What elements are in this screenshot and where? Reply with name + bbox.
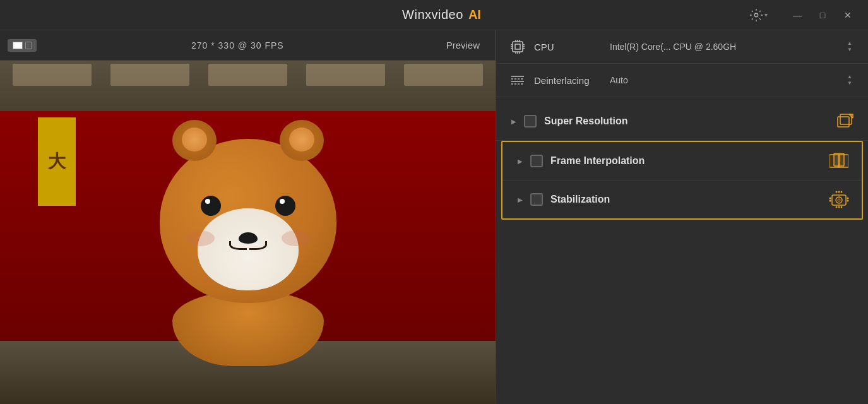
svg-rect-20 [838,117,849,127]
svg-point-26 [838,191,840,193]
frame-interpolation-icon [829,151,849,171]
bear-ear-left-inner [182,128,207,152]
preview-tab[interactable]: Preview [431,30,496,60]
ceiling-light [13,64,92,86]
ceiling-light [110,64,189,86]
close-button[interactable]: ✕ [838,5,858,25]
deinterlacing-stepper-down[interactable]: ▼ [844,80,855,86]
frame-interpolation-label: Frame Interpolation [550,155,824,167]
svg-point-32 [829,200,831,202]
spacer-1 [496,97,868,102]
video-toolbar: 270 * 330 @ 30 FPS Preview [0,30,496,61]
deinterlacing-icon [509,71,526,89]
app-title-white: Winxvideo [402,8,463,22]
view-toggle [0,39,44,52]
svg-point-37 [838,199,840,201]
super-resolution-expand-icon[interactable]: ▶ [509,116,519,126]
cpu-value-area: Intel(R) Core(... CPU @ 2.60GH ▲ ▼ [610,40,855,53]
main-layout: 270 * 330 @ 30 FPS Preview 大 [0,30,868,404]
video-panel: 270 * 330 @ 30 FPS Preview 大 [0,30,496,404]
bear-eye-left [201,196,221,216]
toggle-left-rect [13,42,23,49]
ceiling-light [208,64,287,86]
frame-interpolation-checkbox[interactable] [530,155,543,167]
highlighted-features-box: ▶ Frame Interpolation ▶ Stabilization [501,141,863,220]
bg-ceiling-lights [0,64,496,89]
bg-banner: 大 [38,117,76,206]
app-title-orange: AI [468,8,481,22]
frame-interpolation-row[interactable]: ▶ Frame Interpolation [502,142,862,181]
window-controls: ▾ — □ ✕ [747,4,858,27]
deinterlacing-label: Deinterlacing [534,75,610,86]
bear-ear-right-inner [289,128,314,152]
super-resolution-checkbox[interactable] [524,115,537,128]
svg-point-33 [847,198,849,199]
stabilization-label: Stabilization [550,194,824,205]
svg-rect-19 [840,114,852,124]
cpu-stepper-down[interactable]: ▼ [844,47,855,53]
bear-ear-left [172,120,217,161]
toggle-right-rect [25,42,32,49]
svg-point-27 [841,191,843,193]
maximize-button[interactable]: □ [812,5,833,25]
ceiling-light [404,64,483,86]
bear-cheek-right [282,230,310,246]
svg-line-21 [849,114,853,118]
stabilization-expand-icon[interactable]: ▶ [515,194,525,205]
toggle-split-view[interactable] [8,39,37,52]
svg-point-30 [841,206,843,208]
super-resolution-label: Super Resolution [544,116,830,127]
bear-character [160,139,336,366]
cpu-icon [509,38,526,56]
bear-ear-right [280,120,324,161]
bear-scene: 大 [0,61,496,404]
bear-head [160,139,336,303]
stabilization-checkbox[interactable] [530,193,543,206]
stabilization-row[interactable]: ▶ Stabilization [502,181,862,218]
ceiling-light [306,64,385,86]
deinterlacing-value-area: Auto ▲ ▼ [610,74,855,86]
settings-panel: CPU Intel(R) Core(... CPU @ 2.60GH ▲ ▼ D… [496,30,868,404]
frame-interpolation-expand-icon[interactable]: ▶ [515,156,525,166]
svg-point-31 [829,198,831,199]
svg-point-28 [836,206,838,208]
deinterlacing-row: Deinterlacing Auto ▲ ▼ [496,64,868,97]
svg-point-34 [847,200,849,202]
svg-rect-2 [515,44,520,49]
cpu-label: CPU [534,42,610,52]
svg-point-0 [754,13,758,17]
video-resolution-info: 270 * 330 @ 30 FPS [44,40,431,50]
bear-face [198,208,299,290]
deinterlacing-stepper-up[interactable]: ▲ [844,74,855,80]
svg-rect-1 [513,42,523,52]
cpu-stepper[interactable]: ▲ ▼ [844,40,855,53]
video-content: 大 [0,61,496,404]
super-resolution-icon [835,111,855,131]
super-resolution-row[interactable]: ▶ Super Resolution [496,102,868,141]
bear-cheek-left [186,230,215,246]
settings-button[interactable]: ▾ [747,4,770,27]
cpu-value-text: Intel(R) Core(... CPU @ 2.60GH [610,42,736,52]
app-title-area: Winxvideo AI [136,8,747,22]
cpu-row: CPU Intel(R) Core(... CPU @ 2.60GH ▲ ▼ [496,30,868,64]
minimize-button[interactable]: — [787,5,807,25]
bear-eye-right [275,196,295,216]
svg-point-29 [838,206,840,208]
svg-point-25 [836,191,838,193]
stabilization-icon [829,189,849,210]
cpu-stepper-up[interactable]: ▲ [844,40,855,47]
svg-rect-24 [838,155,848,167]
title-bar: Winxvideo AI ▾ — □ ✕ [0,0,868,30]
deinterlacing-stepper[interactable]: ▲ ▼ [844,74,855,86]
svg-point-36 [836,197,842,203]
deinterlacing-value-text: Auto [610,75,628,85]
